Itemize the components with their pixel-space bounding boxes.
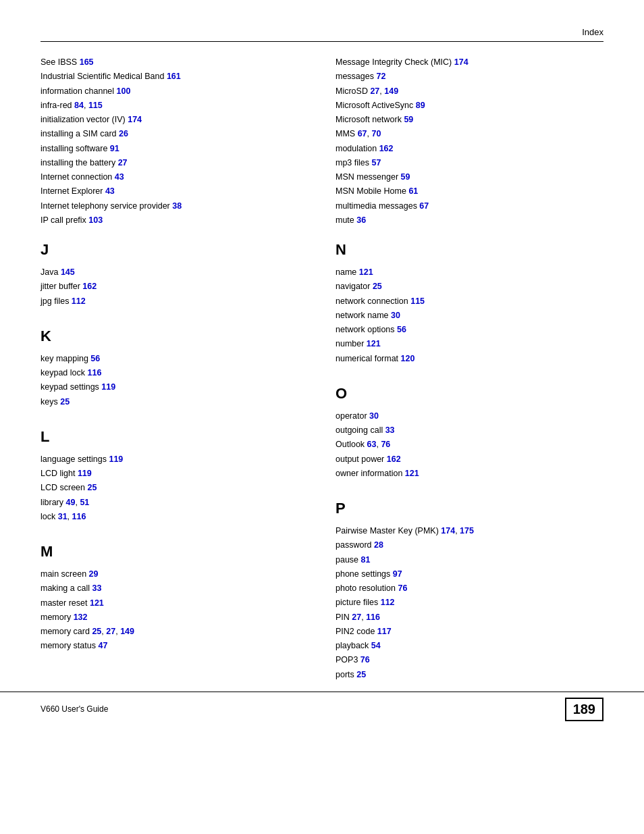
footer-guide-title: V660 User's Guide xyxy=(41,704,108,714)
entry-keypad-settings: keypad settings 119 xyxy=(41,380,308,394)
entry-ports: ports 25 xyxy=(336,668,603,682)
content-columns: See IBSS 165 Industrial Scientific Medic… xyxy=(41,55,603,701)
right-column: Message Integrity Check (MIC) 174 messag… xyxy=(336,55,603,701)
section-p: P Pairwise Master Key (PMK) 174, 175 pas… xyxy=(336,500,603,682)
letter-k: K xyxy=(41,328,308,345)
entry-output-power: output power 162 xyxy=(336,452,603,467)
section-j: J Java 145 jitter buffer 162 jpg files 1… xyxy=(41,241,308,309)
letter-p: P xyxy=(336,500,603,517)
entry-pmk: Pairwise Master Key (PMK) 174, 175 xyxy=(336,524,603,538)
entry-owner-information: owner information 121 xyxy=(336,467,603,481)
section-o: O operator 30 outgoing call 33 Outlook 6… xyxy=(336,385,603,481)
entry-pin2-code: PIN2 code 117 xyxy=(336,625,603,639)
entry-memory-card: memory card 25, 27, 149 xyxy=(41,625,308,639)
entry-playback: playback 54 xyxy=(336,639,603,653)
entry-internet-connection: Internet connection 43 xyxy=(41,170,308,184)
entry-key-mapping: key mapping 56 xyxy=(41,352,308,366)
left-column: See IBSS 165 Industrial Scientific Medic… xyxy=(41,55,308,701)
entry-internet-telephony: Internet telephony service provider 38 xyxy=(41,199,308,213)
entry-installing-software: installing software 91 xyxy=(41,142,308,156)
entry-mp3-files: mp3 files 57 xyxy=(336,156,603,170)
entry-outgoing-call: outgoing call 33 xyxy=(336,423,603,438)
section-l: L language settings 119 LCD light 119 LC… xyxy=(41,428,308,524)
entry-phone-settings: phone settings 97 xyxy=(336,567,603,581)
entry-lcd-light: LCD light 119 xyxy=(41,467,308,481)
entry-main-screen: main screen 29 xyxy=(41,567,308,581)
entry-keypad-lock: keypad lock 116 xyxy=(41,366,308,380)
entry-industrial: Industrial Scientific Medical Band 161 xyxy=(41,70,308,84)
entry-memory-status: memory status 47 xyxy=(41,639,308,653)
entry-master-reset: master reset 121 xyxy=(41,596,308,610)
entry-pin: PIN 27, 116 xyxy=(336,610,603,625)
right-top-entries: Message Integrity Check (MIC) 174 messag… xyxy=(336,55,603,228)
entry-numerical-format: numerical format 120 xyxy=(336,352,603,366)
entry-operator: operator 30 xyxy=(336,409,603,423)
entry-microsoft-network: Microsoft network 59 xyxy=(336,113,603,127)
entry-photo-resolution: photo resolution 76 xyxy=(336,581,603,596)
entry-installing-sim: installing a SIM card 26 xyxy=(41,127,308,141)
entry-microsoft-activesync: Microsoft ActiveSync 89 xyxy=(336,99,603,113)
entry-outlook: Outlook 63, 76 xyxy=(336,438,603,452)
entry-navigator: navigator 25 xyxy=(336,280,603,294)
entry-see-ibss: See IBSS 165 xyxy=(41,55,308,70)
entry-ip-call-prefix: IP call prefix 103 xyxy=(41,213,308,228)
entry-multimedia-messages: multimedia messages 67 xyxy=(336,199,603,213)
entry-msn-mobile-home: MSN Mobile Home 61 xyxy=(336,184,603,199)
letter-n: N xyxy=(336,241,603,259)
entry-network-connection: network connection 115 xyxy=(336,294,603,309)
entry-java: Java 145 xyxy=(41,265,308,280)
page-header: Index xyxy=(41,27,603,42)
entry-number: number 121 xyxy=(336,337,603,351)
entry-keys: keys 25 xyxy=(41,395,308,409)
entry-jpg-files: jpg files 112 xyxy=(41,294,308,309)
section-m: M main screen 29 making a call 33 master… xyxy=(41,543,308,654)
letter-l: L xyxy=(41,428,308,446)
entry-mms: MMS 67, 70 xyxy=(336,127,603,141)
entry-pop3: POP3 76 xyxy=(336,653,603,667)
entry-pause: pause 81 xyxy=(336,553,603,567)
section-n: N name 121 navigator 25 network connecti… xyxy=(336,241,603,366)
entry-name: name 121 xyxy=(336,265,603,280)
page-footer: V660 User's Guide 189 xyxy=(0,692,644,721)
entry-password: password 28 xyxy=(336,538,603,552)
entry-infra-red: infra-red 84, 115 xyxy=(41,99,308,113)
entry-language-settings: language settings 119 xyxy=(41,452,308,467)
entry-microsd: MicroSD 27, 149 xyxy=(336,84,603,99)
entry-lock: lock 31, 116 xyxy=(41,510,308,524)
letter-m: M xyxy=(41,543,308,561)
entry-lcd-screen: LCD screen 25 xyxy=(41,481,308,495)
entry-info-channel: information channel 100 xyxy=(41,84,308,99)
entry-library: library 49, 51 xyxy=(41,496,308,510)
page-number: 189 xyxy=(565,698,603,721)
entry-jitter-buffer: jitter buffer 162 xyxy=(41,280,308,294)
entry-network-name: network name 30 xyxy=(336,309,603,323)
entry-mic: Message Integrity Check (MIC) 174 xyxy=(336,55,603,70)
left-top-entries: See IBSS 165 Industrial Scientific Medic… xyxy=(41,55,308,228)
page: Index See IBSS 165 Industrial Scientific… xyxy=(0,0,644,741)
entry-network-options: network options 56 xyxy=(336,323,603,337)
entry-memory: memory 132 xyxy=(41,610,308,625)
entry-modulation: modulation 162 xyxy=(336,142,603,156)
entry-making-call: making a call 33 xyxy=(41,581,308,596)
letter-j: J xyxy=(41,241,308,259)
entry-picture-files: picture files 112 xyxy=(336,596,603,610)
letter-o: O xyxy=(336,385,603,402)
entry-internet-explorer: Internet Explorer 43 xyxy=(41,184,308,199)
entry-msn-messenger: MSN messenger 59 xyxy=(336,170,603,184)
header-title: Index xyxy=(582,27,603,37)
entry-messages: messages 72 xyxy=(336,70,603,84)
entry-installing-battery: installing the battery 27 xyxy=(41,156,308,170)
entry-init-vector: initialization vector (IV) 174 xyxy=(41,113,308,127)
entry-mute: mute 36 xyxy=(336,213,603,228)
section-k: K key mapping 56 keypad lock 116 keypad … xyxy=(41,328,308,409)
